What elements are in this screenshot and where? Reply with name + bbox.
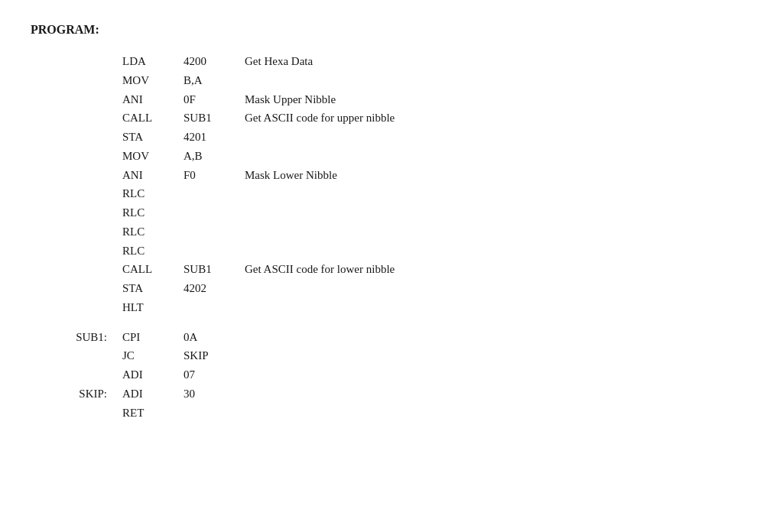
mnemonic-cell: RET bbox=[122, 404, 184, 423]
mnemonic-cell: ANI bbox=[122, 90, 184, 109]
mnemonic-cell: RLC bbox=[122, 203, 184, 222]
operand-cell: 07 bbox=[184, 365, 245, 384]
program-heading: PROGRAM: bbox=[31, 23, 752, 37]
operand-cell: 4200 bbox=[184, 52, 245, 71]
table-row: RLC bbox=[31, 222, 752, 242]
comment-cell: Get Hexa Data bbox=[245, 52, 313, 71]
table-row: LDA4200Get Hexa Data bbox=[31, 52, 752, 71]
operand-cell: A,B bbox=[184, 147, 245, 166]
table-row: STA4202 bbox=[31, 279, 752, 298]
table-row: SKIP:ADI30 bbox=[31, 384, 752, 404]
comment-cell: Get ASCII code for lower nibble bbox=[245, 260, 395, 279]
program-section: PROGRAM: LDA4200Get Hexa DataMOVB,AANI0F… bbox=[31, 23, 752, 422]
operand-cell: 4201 bbox=[184, 128, 245, 147]
operand-cell: 0F bbox=[184, 90, 245, 109]
comment-cell: Mask Upper Nibble bbox=[245, 90, 336, 109]
operand-cell: F0 bbox=[184, 166, 245, 185]
mnemonic-cell: CPI bbox=[122, 328, 184, 347]
spacer-row bbox=[31, 317, 752, 328]
table-row: MOVB,A bbox=[31, 71, 752, 90]
operand-cell: 4202 bbox=[184, 279, 245, 298]
operand-cell: 30 bbox=[184, 384, 245, 404]
mnemonic-cell: JC bbox=[122, 346, 184, 365]
table-row: RLC bbox=[31, 203, 752, 222]
label-cell: SKIP: bbox=[31, 384, 122, 404]
mnemonic-cell: ADI bbox=[122, 365, 184, 384]
table-row: ANI0FMask Upper Nibble bbox=[31, 90, 752, 109]
operand-cell: SUB1 bbox=[184, 109, 245, 128]
mnemonic-cell: RLC bbox=[122, 242, 184, 261]
table-row: RET bbox=[31, 404, 752, 423]
table-row: STA4201 bbox=[31, 128, 752, 147]
mnemonic-cell: STA bbox=[122, 128, 184, 147]
mnemonic-cell: RLC bbox=[122, 184, 184, 203]
table-row: SUB1:CPI0A bbox=[31, 328, 752, 347]
mnemonic-cell: ADI bbox=[122, 384, 184, 404]
mnemonic-cell: CALL bbox=[122, 109, 184, 128]
mnemonic-cell: MOV bbox=[122, 71, 184, 90]
operand-cell: SUB1 bbox=[184, 260, 245, 279]
mnemonic-cell: ANI bbox=[122, 166, 184, 185]
label-cell: SUB1: bbox=[31, 328, 122, 347]
table-row: ADI07 bbox=[31, 365, 752, 384]
table-row: CALLSUB1Get ASCII code for lower nibble bbox=[31, 260, 752, 279]
table-row: HLT bbox=[31, 298, 752, 317]
operand-cell: SKIP bbox=[184, 346, 245, 365]
mnemonic-cell: HLT bbox=[122, 298, 184, 317]
mnemonic-cell: LDA bbox=[122, 52, 184, 71]
table-row: RLC bbox=[31, 184, 752, 203]
mnemonic-cell: STA bbox=[122, 279, 184, 298]
comment-cell: Mask Lower Nibble bbox=[245, 166, 337, 185]
mnemonic-cell: RLC bbox=[122, 222, 184, 242]
code-section: LDA4200Get Hexa DataMOVB,AANI0FMask Uppe… bbox=[31, 52, 752, 422]
operand-cell: B,A bbox=[184, 71, 245, 90]
comment-cell: Get ASCII code for upper nibble bbox=[245, 109, 395, 128]
table-row: MOVA,B bbox=[31, 147, 752, 166]
mnemonic-cell: CALL bbox=[122, 260, 184, 279]
table-row: JCSKIP bbox=[31, 346, 752, 365]
mnemonic-cell: MOV bbox=[122, 147, 184, 166]
table-row: ANIF0Mask Lower Nibble bbox=[31, 166, 752, 185]
table-row: CALLSUB1Get ASCII code for upper nibble bbox=[31, 109, 752, 128]
table-row: RLC bbox=[31, 242, 752, 261]
operand-cell: 0A bbox=[184, 328, 245, 347]
